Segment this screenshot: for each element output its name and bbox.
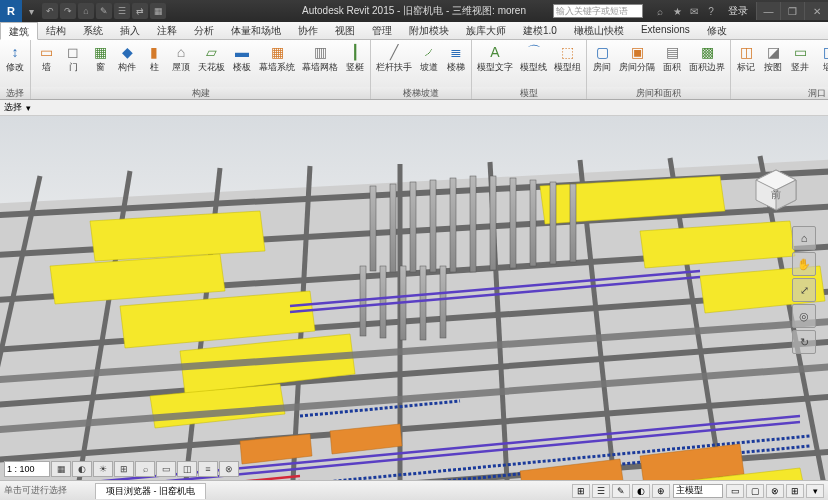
ribbon-button-icon: ▯ [817,42,828,62]
ribbon-button-label: 墙 [42,63,51,73]
title-icon-2[interactable]: ✉ [687,4,701,18]
ribbon-button-1-2[interactable]: ▦窗 [87,41,113,74]
qat-button-6[interactable]: ▦ [150,3,166,19]
title-icon-1[interactable]: ★ [670,4,684,18]
ribbon-tab-13[interactable]: 橄榄山快模 [566,22,633,39]
svg-rect-31 [470,176,476,272]
minimize-button[interactable]: — [756,2,780,20]
ribbon-button-icon: ▥ [310,42,330,62]
ribbon-button-4-2[interactable]: ▤面积 [659,41,685,74]
view-cube[interactable]: 前 [752,166,800,214]
ribbon-button-2-0[interactable]: ╱栏杆扶手 [373,41,415,74]
ribbon-button-5-3[interactable]: ▯墙 [814,41,828,74]
qat-button-2[interactable]: ⌂ [78,3,94,19]
status-button-1[interactable]: ☰ [592,484,610,498]
ribbon-button-4-1[interactable]: ▣房间分隔 [616,41,658,74]
ribbon-button-label: 修改 [6,63,24,73]
nav-bar-button-0[interactable]: ⌂ [792,226,816,250]
qat-button-1[interactable]: ↷ [60,3,76,19]
title-icon-3[interactable]: ? [704,4,718,18]
ribbon-tab-8[interactable]: 视图 [327,22,364,39]
ribbon-button-1-3[interactable]: ◆构件 [114,41,140,74]
nav-bar-button-2[interactable]: ⤢ [792,278,816,302]
qat-button-5[interactable]: ⇄ [132,3,148,19]
ribbon-tab-7[interactable]: 协作 [290,22,327,39]
close-button[interactable]: ✕ [804,2,828,20]
workset-combo[interactable]: 主模型 [673,484,723,498]
view-control-button-6[interactable]: ◫ [177,461,197,477]
qat-button-0[interactable]: ↶ [42,3,58,19]
view-cube-face-label: 前 [771,189,781,200]
ribbon-tab-15[interactable]: 修改 [699,22,736,39]
status-extra-button-4[interactable]: ▾ [806,484,824,498]
login-link[interactable]: 登录 [728,4,748,18]
status-extra-button-2[interactable]: ⊗ [766,484,784,498]
options-bar-chevron-icon[interactable]: ▾ [26,103,31,113]
view-control-button-1[interactable]: ◐ [72,461,92,477]
view-control-button-0[interactable]: ▦ [51,461,71,477]
ribbon-tab-12[interactable]: 建模1.0 [515,22,566,39]
3d-viewport[interactable]: 前 ⌂✋⤢◎↻ 1 : 100 ▦◐☀⊞⌕▭◫≡⊗ [0,116,828,480]
view-control-button-3[interactable]: ⊞ [114,461,134,477]
status-button-2[interactable]: ✎ [612,484,630,498]
ribbon-button-3-2[interactable]: ⬚模型组 [551,41,584,74]
ribbon-button-5-0[interactable]: ◫标记 [733,41,759,74]
ribbon-button-1-10[interactable]: ┃竖梃 [342,41,368,74]
ribbon-button-4-0[interactable]: ▢房间 [589,41,615,74]
ribbon-tab-10[interactable]: 附加模块 [401,22,458,39]
ribbon-tab-11[interactable]: 族库大师 [458,22,515,39]
ribbon-tab-6[interactable]: 体量和场地 [223,22,290,39]
view-control-button-4[interactable]: ⌕ [135,461,155,477]
view-control-button-7[interactable]: ≡ [198,461,218,477]
ribbon-button-1-6[interactable]: ▱天花板 [195,41,228,74]
status-extra-button-3[interactable]: ⊞ [786,484,804,498]
qat-button-4[interactable]: ☰ [114,3,130,19]
ribbon-tab-3[interactable]: 插入 [112,22,149,39]
ribbon-button-5-2[interactable]: ▭竖井 [787,41,813,74]
ribbon-button-2-1[interactable]: ⟋坡道 [416,41,442,74]
nav-bar-button-4[interactable]: ↻ [792,330,816,354]
ribbon-button-0-0[interactable]: ↕修改 [2,41,28,74]
ribbon-button-1-5[interactable]: ⌂屋顶 [168,41,194,74]
ribbon-tab-14[interactable]: Extensions [633,22,699,39]
ribbon-button-1-0[interactable]: ▭墙 [33,41,59,74]
ribbon-button-icon: ▤ [662,42,682,62]
ribbon-button-3-1[interactable]: ⌒模型线 [517,41,550,74]
ribbon-tab-5[interactable]: 分析 [186,22,223,39]
svg-rect-38 [380,266,386,338]
view-control-button-8[interactable]: ⊗ [219,461,239,477]
nav-bar-button-1[interactable]: ✋ [792,252,816,276]
ribbon-tab-4[interactable]: 注释 [149,22,186,39]
status-tab-project-browser[interactable]: 项目浏览器 - 旧窑机电 [95,483,206,499]
nav-bar-button-3[interactable]: ◎ [792,304,816,328]
status-button-3[interactable]: ◐ [632,484,650,498]
ribbon-button-3-0[interactable]: A模型文字 [474,41,516,74]
ribbon-button-1-4[interactable]: ▮柱 [141,41,167,74]
ribbon-button-1-8[interactable]: ▦幕墙系统 [256,41,298,74]
app-logo[interactable]: R [0,0,22,22]
view-control-button-5[interactable]: ▭ [156,461,176,477]
ribbon-button-1-1[interactable]: ◻门 [60,41,86,74]
ribbon-panel-1: ▭墙◻门▦窗◆构件▮柱⌂屋顶▱天花板▬楼板▦幕墙系统▥幕墙网格┃竖梃构建 [31,40,371,99]
ribbon-button-4-3[interactable]: ▩面积边界 [686,41,728,74]
ribbon-button-icon: ⬚ [558,42,578,62]
ribbon-tab-2[interactable]: 系统 [75,22,112,39]
maximize-button[interactable]: ❐ [780,2,804,20]
help-search-input[interactable]: 输入关键字或短语 [553,4,643,18]
status-extra-button-0[interactable]: ▭ [726,484,744,498]
status-button-4[interactable]: ⊕ [652,484,670,498]
ribbon-tab-1[interactable]: 结构 [38,22,75,39]
ribbon-button-1-9[interactable]: ▥幕墙网格 [299,41,341,74]
ribbon-button-1-7[interactable]: ▬楼板 [229,41,255,74]
view-scale[interactable]: 1 : 100 [4,461,50,477]
ribbon-tab-9[interactable]: 管理 [364,22,401,39]
app-menu-chevron[interactable]: ▾ [24,4,38,18]
status-button-0[interactable]: ⊞ [572,484,590,498]
qat-button-3[interactable]: ✎ [96,3,112,19]
title-icon-0[interactable]: ⌕ [653,4,667,18]
view-control-button-2[interactable]: ☀ [93,461,113,477]
ribbon-button-5-1[interactable]: ◪按图 [760,41,786,74]
ribbon-tab-0[interactable]: 建筑 [0,22,38,40]
status-extra-button-1[interactable]: ▢ [746,484,764,498]
ribbon-button-2-2[interactable]: ≣楼梯 [443,41,469,74]
